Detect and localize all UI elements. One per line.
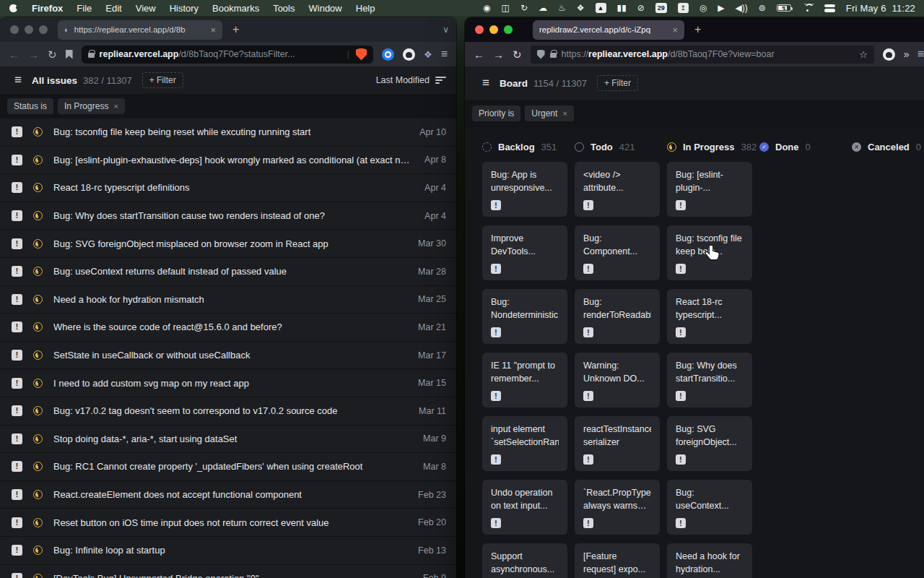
issue-row[interactable]: I need to add custom svg map on my react… [0, 369, 456, 397]
issue-card[interactable]: Bug: useContext... [667, 480, 752, 535]
urgent-priority-icon[interactable] [12, 489, 22, 500]
urgent-priority-icon[interactable] [12, 405, 22, 416]
issue-card[interactable]: Bug: [eslint-plugin-... [667, 162, 752, 217]
urgent-priority-icon[interactable] [12, 434, 22, 444]
zoom-button[interactable] [39, 25, 48, 34]
in-progress-status-icon[interactable] [33, 379, 43, 388]
camera-icon[interactable]: ◫ [502, 4, 510, 12]
menubar-menu[interactable]: Bookmarks [212, 3, 259, 14]
forward-button[interactable]: → [493, 49, 504, 60]
urgent-priority-icon[interactable] [12, 182, 22, 193]
in-progress-status-icon[interactable] [33, 322, 43, 332]
in-progress-status-icon[interactable] [33, 211, 43, 220]
urgent-priority-icon[interactable] [12, 294, 22, 305]
add-filter-button[interactable]: + Filter [142, 72, 183, 88]
in-progress-status-icon[interactable] [33, 155, 43, 165]
issue-card[interactable]: Need a hook for hydration... [667, 543, 752, 578]
issue-row[interactable]: Bug: useContext returns default instead … [0, 258, 456, 286]
back-button[interactable]: ← [9, 49, 19, 60]
in-progress-status-icon[interactable] [33, 267, 43, 276]
reload-button[interactable]: ↻ [48, 49, 57, 60]
issue-row[interactable]: [DevTools Bug] Unsupported Bridge operat… [0, 565, 456, 578]
toolbar-overflow-icon[interactable]: » [904, 48, 909, 60]
volume-icon[interactable]: ◀)) [736, 4, 748, 12]
issue-row[interactable]: Bug: RC1 Cannot create property '_update… [0, 453, 456, 481]
in-progress-status-icon[interactable] [33, 490, 43, 499]
urgent-priority-icon[interactable] [12, 126, 22, 137]
menubar-menu[interactable]: Window [309, 3, 342, 14]
tab-overflow-chevron-icon[interactable]: ∨ [443, 25, 449, 35]
issue-row[interactable]: Reset button on iOS time input does not … [0, 509, 456, 537]
urgent-priority-icon[interactable] [12, 155, 22, 165]
filter-field-chip[interactable]: Priority is [472, 105, 520, 121]
issue-card[interactable]: Bug: Component... [575, 225, 660, 280]
urgent-priority-icon[interactable] [12, 266, 22, 277]
back-button[interactable]: ← [474, 49, 484, 60]
power-icon[interactable]: ◎ [699, 4, 707, 12]
issue-row[interactable]: Need a hook for hydration mismatch Mar 2… [0, 286, 456, 314]
urgent-priority-icon[interactable] [12, 210, 22, 221]
dropbox-icon[interactable]: ❖ [577, 4, 585, 12]
menubar-clock[interactable]: Fri May 6 11:22 [846, 3, 915, 14]
in-progress-status-icon[interactable] [33, 183, 43, 192]
in-progress-status-icon[interactable] [33, 545, 43, 555]
forward-button[interactable]: → [28, 49, 39, 60]
issue-row[interactable]: SetState in useCallback or without useCa… [0, 342, 456, 370]
github-extension-icon[interactable] [403, 48, 415, 61]
urgent-priority-icon[interactable] [12, 517, 22, 528]
urgent-priority-icon[interactable] [12, 322, 22, 332]
close-button[interactable] [10, 25, 19, 34]
browser-tab[interactable]: ◐ https://repliear.vercel.app/d/8b × [58, 20, 222, 40]
issue-row[interactable]: Bug: Why does startTransition cause two … [0, 202, 456, 230]
issue-card[interactable]: input element `setSelectionRange` [482, 416, 567, 471]
menubar-app-name[interactable]: Firefox [32, 3, 63, 14]
in-progress-status-icon[interactable] [33, 574, 43, 578]
issue-card[interactable]: Bug: App is unresponsive... [482, 162, 567, 217]
filter-value-chip[interactable]: Urgent × [525, 105, 573, 121]
issue-row[interactable]: React.createElement does not accept func… [0, 481, 456, 509]
record-icon[interactable]: ◉ [483, 4, 490, 12]
assistant-icon[interactable]: ⊚ [759, 4, 766, 12]
issue-card[interactable]: Bug: Why does startTransitio... [667, 353, 752, 407]
in-progress-status-icon[interactable] [33, 518, 43, 527]
hot-app-icon[interactable]: ♨ [558, 4, 566, 12]
issue-row[interactable]: Where is the source code of react@15.6.0… [0, 314, 456, 342]
browser-menu-icon[interactable]: ≡ [441, 48, 448, 61]
issue-card[interactable]: IE 11 "prompt to remember... [482, 353, 567, 407]
new-tab-button[interactable]: + [230, 23, 242, 36]
zoom-button[interactable] [504, 25, 513, 34]
onepassword-extension-icon[interactable] [382, 48, 394, 61]
issue-card[interactable]: [Feature request] expo... [575, 543, 660, 578]
urgent-priority-icon[interactable] [12, 378, 22, 389]
sidebar-hamburger-icon[interactable]: ≡ [482, 76, 489, 90]
in-progress-status-icon[interactable] [33, 434, 43, 444]
issue-card[interactable]: Bug: tsconfig file keep bein... [667, 225, 752, 280]
apple-logo-icon[interactable] [9, 3, 18, 13]
battery-icon[interactable]: ↯ [777, 4, 791, 12]
close-button[interactable] [475, 25, 484, 34]
urgent-priority-icon[interactable] [12, 350, 22, 361]
new-tab-button[interactable]: + [692, 23, 704, 36]
issue-row[interactable]: React 18-rc typescript definitions Apr 4 [0, 174, 456, 202]
extensions-puzzle-icon[interactable]: ❖ [424, 49, 432, 60]
in-progress-status-icon[interactable] [33, 127, 43, 137]
sidebar-hamburger-icon[interactable]: ≡ [14, 73, 22, 87]
in-progress-status-icon[interactable] [33, 295, 43, 304]
control-center-icon[interactable] [824, 4, 835, 12]
menubar-menu[interactable]: Tools [273, 3, 295, 14]
remove-filter-icon[interactable]: × [113, 102, 118, 111]
issue-card[interactable]: Improve DevTools... [482, 225, 567, 280]
in-progress-status-icon[interactable] [33, 239, 43, 249]
in-progress-status-icon[interactable] [33, 350, 43, 360]
add-filter-button[interactable]: + Filter [597, 75, 638, 91]
issue-card[interactable]: `React.PropTypes always warns about... [575, 480, 660, 535]
issue-row[interactable]: Bug: Infinite loop at startup Feb 13 [0, 537, 456, 565]
bookmark-star-icon[interactable]: ☆ [859, 49, 868, 60]
play-circle-icon[interactable]: ▶ [718, 4, 724, 12]
issue-card[interactable]: Bug: SVG foreignObject... [667, 416, 752, 471]
menubar-menu[interactable]: File [77, 3, 92, 14]
issue-row[interactable]: Bug: tsconfig file keep being reset whil… [0, 118, 456, 147]
sort-control[interactable]: Last Modified [376, 75, 446, 85]
blocker-icon[interactable]: ⊘ [637, 4, 645, 12]
urgent-priority-icon[interactable] [12, 238, 22, 249]
